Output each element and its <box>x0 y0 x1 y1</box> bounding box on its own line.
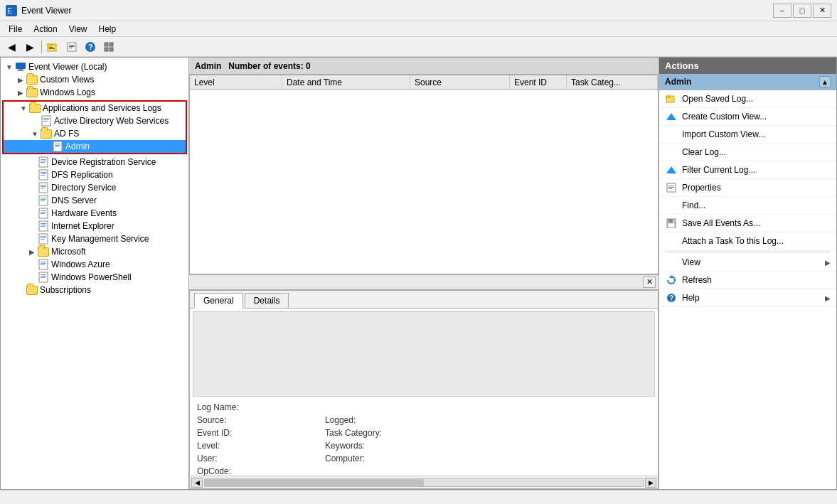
scrollbar-thumb <box>205 479 424 486</box>
tree-item-event-viewer-local[interactable]: ▼ Event Viewer (Local) <box>1 60 188 73</box>
svg-rect-42 <box>41 200 45 201</box>
minimize-button[interactable]: − <box>773 4 791 18</box>
save-icon <box>665 217 678 230</box>
tree-item-device-reg[interactable]: Device Registration Service <box>1 156 188 168</box>
col-date-label: Date and Time <box>287 77 342 87</box>
toolbar: ◀ ▶ ? <box>0 37 837 57</box>
tree-label-subscriptions: Subscriptions <box>40 285 91 295</box>
field-row-eventid: Event ID: <box>197 428 282 438</box>
forward-button[interactable]: ▶ <box>21 39 38 55</box>
svg-rect-20 <box>43 118 49 119</box>
menu-view[interactable]: View <box>63 23 93 36</box>
tree-item-dns-server[interactable]: DNS Server <box>1 194 188 207</box>
log-icon-ie <box>38 220 49 232</box>
action-create-custom-view-label: Create Custom View... <box>682 112 767 122</box>
tree-item-admin[interactable]: Admin <box>4 140 186 153</box>
expand-icon-custom-views[interactable]: ▶ <box>15 74 26 85</box>
close-button[interactable]: ✕ <box>813 4 831 18</box>
content-title: Admin <box>195 61 221 71</box>
action-help[interactable]: ? Help ▶ <box>659 289 836 307</box>
label-taskcategory: Task Category: <box>325 428 410 438</box>
view-icon <box>665 256 678 269</box>
actions-subheader: Admin ▲ <box>659 74 836 90</box>
detail-text-area <box>193 311 655 397</box>
action-create-custom-view[interactable]: Create Custom View... <box>659 108 836 126</box>
menu-action[interactable]: Action <box>28 23 63 36</box>
status-bar <box>0 490 837 504</box>
view-button[interactable] <box>100 39 117 55</box>
menu-help[interactable]: Help <box>93 23 122 36</box>
expand-icon-ad-fs[interactable]: ▼ <box>29 128 41 139</box>
tab-details[interactable]: Details <box>245 293 289 308</box>
tree-item-ad-fs[interactable]: ▼ AD FS <box>4 127 186 140</box>
action-refresh[interactable]: Refresh <box>659 272 836 289</box>
action-import-custom-view[interactable]: Import Custom View... <box>659 126 836 144</box>
tree-item-windows-powershell[interactable]: Windows PowerShell <box>1 271 188 284</box>
scroll-left-button[interactable]: ◀ <box>191 478 203 488</box>
col-date[interactable]: Date and Time <box>282 75 410 89</box>
svg-rect-24 <box>55 144 60 144</box>
label-keywords: Keywords: <box>325 441 410 451</box>
window-title: Event Viewer <box>21 6 773 16</box>
col-eventid[interactable]: Event ID <box>510 75 567 89</box>
tree-item-directory-service[interactable]: Directory Service <box>1 181 188 194</box>
action-clear-log[interactable]: Clear Log... <box>659 144 836 161</box>
action-properties[interactable]: Properties <box>659 179 836 197</box>
tree-item-microsoft[interactable]: ▶ Microsoft <box>1 245 188 258</box>
tree-item-key-management[interactable]: Key Management Service <box>1 232 188 245</box>
tree-item-windows-logs[interactable]: ▶ Windows Logs <box>1 86 188 99</box>
col-source[interactable]: Source <box>410 75 510 89</box>
tree-item-subscriptions[interactable]: Subscriptions <box>1 284 188 296</box>
label-computer: Computer: <box>325 454 410 463</box>
actions-scroll-up-button[interactable]: ▲ <box>819 76 831 87</box>
action-attach-task[interactable]: Attach a Task To this Log... <box>659 232 836 250</box>
log-icon-kms <box>38 233 49 245</box>
open-saved-log-button[interactable] <box>45 39 62 55</box>
svg-rect-4 <box>49 47 53 48</box>
tree-item-custom-views[interactable]: ▶ Custom Views <box>1 73 188 86</box>
tree-item-active-directory[interactable]: Active Directory Web Services <box>4 114 186 127</box>
tree-item-apps-services-logs[interactable]: ▼ Applications and Services Logs <box>4 102 186 114</box>
svg-rect-57 <box>41 263 46 264</box>
action-filter-current-log[interactable]: Filter Current Log... <box>659 161 836 179</box>
properties-button[interactable] <box>63 39 80 55</box>
tree-item-hardware-events[interactable]: Hardware Events <box>1 207 188 220</box>
help-icon: ? <box>665 291 678 304</box>
col-level[interactable]: Level <box>190 75 282 89</box>
scroll-right-button[interactable]: ▶ <box>645 478 656 488</box>
detail-fields: Log Name: Source: Logged: Event ID: <box>190 397 658 476</box>
menu-file[interactable]: File <box>3 23 28 36</box>
tab-general[interactable]: General <box>194 293 243 309</box>
maximize-button[interactable]: □ <box>793 4 811 18</box>
expand-icon-event-viewer[interactable]: ▼ <box>4 61 15 73</box>
svg-rect-56 <box>41 262 46 262</box>
col-level-label: Level <box>194 77 215 87</box>
help-toolbar-button[interactable]: ? <box>82 39 99 55</box>
tree-item-windows-azure[interactable]: Windows Azure <box>1 258 188 271</box>
splitter-close-button[interactable]: ✕ <box>643 277 656 288</box>
action-find[interactable]: Find... <box>659 197 836 215</box>
tree-item-dfs-replication[interactable]: DFS Replication <box>1 168 188 181</box>
action-view[interactable]: View ▶ <box>659 254 836 272</box>
action-save-all-events[interactable]: Save All Events As... <box>659 215 836 232</box>
log-icon-ps <box>38 272 49 283</box>
tree-item-internet-explorer[interactable]: Internet Explorer <box>1 220 188 232</box>
tree-label-microsoft: Microsoft <box>51 247 86 257</box>
computer-icon <box>15 61 26 73</box>
expand-icon-apps-services[interactable]: ▼ <box>18 102 29 114</box>
action-open-saved-log[interactable]: Open Saved Log... <box>659 90 836 108</box>
col-taskcateg[interactable]: Task Categ... <box>567 75 658 89</box>
horizontal-scrollbar[interactable] <box>204 478 644 487</box>
expand-icon-windows-logs[interactable]: ▶ <box>15 87 26 98</box>
svg-rect-41 <box>41 199 46 200</box>
svg-rect-17 <box>18 69 23 70</box>
svg-rect-22 <box>43 121 48 122</box>
field-row-computer: Computer: <box>325 454 410 463</box>
tree-label-kms: Key Management Service <box>51 234 149 244</box>
svg-rect-40 <box>41 198 46 198</box>
expand-spacer-dfs <box>26 169 38 181</box>
back-button[interactable]: ◀ <box>3 39 20 55</box>
svg-rect-54 <box>41 239 45 240</box>
expand-icon-microsoft[interactable]: ▶ <box>26 246 38 257</box>
actions-panel: Actions Admin ▲ Open Saved Log... Create… <box>659 58 836 489</box>
